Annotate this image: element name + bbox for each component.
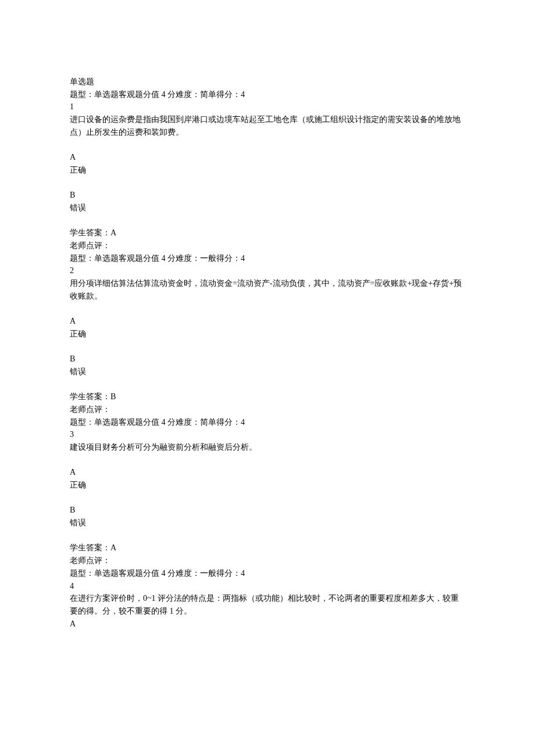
question-prompt: 在进行方案评价时，0~1 评分法的特点是：两指标（或功能）相比较时，不论两者的重… xyxy=(70,592,465,617)
blank-line xyxy=(70,454,465,467)
question-number: 1 xyxy=(70,101,465,113)
option-letter: A xyxy=(70,618,465,630)
blank-line xyxy=(70,492,465,504)
section-title: 单选题 xyxy=(70,76,465,88)
option-text: 错误 xyxy=(70,202,465,214)
question-prompt: 进口设备的运杂费是指由我国到岸港口或边境车站起至工地仓库（或施工组织设计指定的需… xyxy=(70,113,465,138)
option-letter: B xyxy=(70,353,465,366)
document-body: 单选题题型：单选题客观题分值 4 分难度：简单得分：41进口设备的运杂费是指由我… xyxy=(70,76,465,630)
option-text: 错误 xyxy=(70,366,465,378)
question-prompt: 用分项详细估算法估算流动资金时，流动资金=流动资产-流动负债，其中，流动资产=应… xyxy=(70,277,465,302)
option-text: 错误 xyxy=(70,517,465,529)
student-answer: 学生答案：A xyxy=(70,542,465,554)
blank-line xyxy=(70,302,465,315)
question-meta: 题型：单选题客观题分值 4 分难度：简单得分：4 xyxy=(70,88,465,101)
blank-line xyxy=(70,340,465,353)
question-number: 4 xyxy=(70,580,465,593)
option-letter: A xyxy=(70,315,465,328)
blank-line xyxy=(70,138,465,151)
option-text: 正确 xyxy=(70,328,465,341)
teacher-comment: 老师点评： xyxy=(70,554,465,567)
teacher-comment: 老师点评： xyxy=(70,403,465,416)
option-letter: B xyxy=(70,189,465,202)
question-meta: 题型：单选题客观题分值 4 分难度：一般得分：4 xyxy=(70,567,465,580)
question-prompt: 建设项目财务分析可分为融资前分析和融资后分析。 xyxy=(70,441,465,454)
option-letter: B xyxy=(70,504,465,517)
student-answer: 学生答案：B xyxy=(70,390,465,403)
teacher-comment: 老师点评： xyxy=(70,239,465,252)
option-letter: A xyxy=(70,466,465,479)
option-letter: A xyxy=(70,151,465,164)
blank-line xyxy=(70,214,465,227)
student-answer: 学生答案：A xyxy=(70,227,465,239)
question-number: 3 xyxy=(70,428,465,441)
blank-line xyxy=(70,378,465,391)
blank-line xyxy=(70,177,465,189)
blank-line xyxy=(70,529,465,542)
question-meta: 题型：单选题客观题分值 4 分难度：简单得分：4 xyxy=(70,416,465,429)
option-text: 正确 xyxy=(70,164,465,177)
option-text: 正确 xyxy=(70,479,465,492)
question-meta: 题型：单选题客观题分值 4 分难度：一般得分：4 xyxy=(70,252,465,265)
question-number: 2 xyxy=(70,264,465,277)
